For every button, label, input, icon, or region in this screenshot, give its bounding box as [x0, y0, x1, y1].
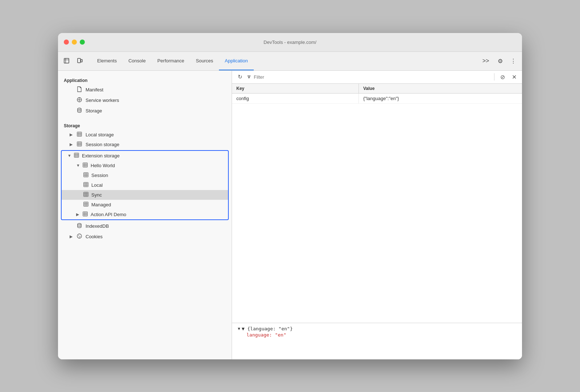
device-icon-button[interactable]	[74, 55, 86, 67]
managed-label: Managed	[91, 202, 111, 207]
tab-sources[interactable]: Sources	[190, 52, 219, 70]
grid-icon-hw-sync	[83, 192, 88, 198]
grid-icon-session	[76, 141, 83, 148]
svg-rect-32	[84, 173, 88, 177]
preview-sub-value: "en"	[275, 332, 286, 338]
tab-list: Elements Console Performance Sources App…	[91, 52, 480, 70]
svg-point-57	[78, 223, 81, 225]
sidebar-item-extension-storage[interactable]: ▼ Extension storage	[62, 151, 228, 161]
application-section-title: Application	[58, 75, 232, 84]
sidebar-item-indexeddb[interactable]: IndexedDB	[58, 221, 232, 231]
settings-button[interactable]: ⚙	[494, 55, 506, 67]
more-options-button[interactable]: ⋮	[508, 55, 519, 67]
filter-input[interactable]	[254, 74, 491, 80]
service-worker-icon	[76, 97, 83, 104]
preview-sub-row: language: "en"	[238, 332, 516, 338]
sidebar-item-hw-local[interactable]: Local	[62, 180, 228, 190]
sidebar-item-local-storage[interactable]: ▶ Local storage	[58, 130, 232, 140]
minimize-button[interactable]	[72, 40, 77, 45]
cookies-label: Cookies	[86, 234, 103, 239]
storage-label: Storage	[86, 108, 102, 114]
tab-application[interactable]: Application	[219, 52, 254, 70]
svg-rect-17	[77, 142, 82, 146]
svg-rect-27	[83, 163, 87, 167]
local-storage-label: Local storage	[86, 132, 114, 137]
close-filter-button[interactable]: ✕	[509, 72, 519, 82]
sidebar-item-manifest[interactable]: Manifest	[58, 84, 232, 95]
hello-world-label: Hello World	[91, 163, 115, 168]
close-button[interactable]	[64, 40, 69, 45]
vertical-dots-icon: ⋮	[510, 58, 516, 65]
preview-panel: ▼ ▼ {language: "en"} language: "en"	[232, 323, 522, 359]
manifest-label: Manifest	[86, 87, 103, 92]
window-title: DevTools - example.com/	[264, 40, 316, 45]
grid-icon-ext	[74, 153, 79, 159]
cell-value-config: {"language":"en"}	[359, 94, 522, 103]
svg-point-60	[80, 236, 80, 237]
svg-point-11	[78, 108, 81, 110]
document-icon	[76, 86, 83, 93]
table-row[interactable]: config {"language":"en"}	[232, 94, 522, 104]
svg-rect-3	[78, 58, 80, 63]
sync-label: Sync	[91, 192, 102, 198]
toolbar-icon-group	[61, 55, 88, 67]
toolbar-right-actions: ⚙ ⋮	[494, 55, 519, 67]
sidebar-item-session-storage[interactable]: ▶ Session storage	[58, 140, 232, 149]
svg-point-6	[79, 99, 80, 100]
session-storage-label: Session storage	[86, 142, 119, 147]
svg-rect-42	[84, 192, 88, 197]
tab-console[interactable]: Console	[123, 52, 152, 70]
svg-point-58	[77, 234, 82, 238]
down-arrow-hw: ▼	[76, 163, 80, 168]
right-arrow-session: ▶	[70, 142, 73, 147]
header-value: Value	[359, 84, 522, 93]
database-icon-idb	[76, 223, 83, 230]
filter-divider	[494, 73, 494, 81]
tab-performance[interactable]: Performance	[152, 52, 190, 70]
indexeddb-label: IndexedDB	[86, 223, 109, 229]
refresh-button[interactable]: ↻	[235, 72, 245, 82]
sidebar-item-hello-world[interactable]: ▼ Hello World	[62, 161, 228, 170]
tab-elements[interactable]: Elements	[91, 52, 123, 70]
svg-point-61	[79, 237, 80, 238]
data-table: Key Value config {"language":"en"}	[232, 84, 522, 323]
extension-storage-group: ▼ Extension storage ▼	[61, 150, 229, 220]
toolbar: Elements Console Performance Sources App…	[58, 52, 522, 71]
sidebar-item-hw-sync[interactable]: Sync	[62, 190, 228, 200]
right-panel: ↻ ⛛ ⊘ ✕ Key Value config	[232, 71, 522, 359]
right-arrow-api: ▶	[76, 212, 80, 217]
sidebar-item-service-workers[interactable]: Service workers	[58, 95, 232, 106]
storage-section-title: Storage	[58, 120, 232, 130]
grid-icon-hw	[83, 162, 88, 169]
clear-filter-button[interactable]: ⊘	[497, 72, 508, 82]
filter-icon: ⛛	[246, 74, 252, 80]
grid-icon-hw-session	[83, 172, 88, 178]
preview-object-row[interactable]: ▼ ▼ {language: "en"}	[238, 326, 516, 331]
sidebar-item-hw-session[interactable]: Session	[62, 170, 228, 180]
cursor-icon-button[interactable]	[61, 55, 72, 67]
more-tabs-button[interactable]: >>	[480, 55, 492, 67]
cursor-icon	[63, 58, 70, 64]
sidebar-item-action-api-demo[interactable]: ▶ Action API Demo	[62, 210, 228, 219]
sidebar-item-cookies[interactable]: ▶ Cookies	[58, 231, 232, 242]
header-key: Key	[232, 84, 359, 93]
window-controls	[64, 40, 85, 45]
close-icon: ✕	[512, 74, 517, 81]
preview-expand-arrow[interactable]: ▼	[238, 326, 240, 331]
sidebar-item-hw-managed[interactable]: Managed	[62, 200, 228, 210]
table-header: Key Value	[232, 84, 522, 94]
right-arrow-local: ▶	[70, 132, 73, 137]
database-icon	[76, 107, 83, 114]
refresh-icon: ↻	[238, 74, 243, 80]
filter-bar: ↻ ⛛ ⊘ ✕	[232, 71, 522, 84]
right-arrow-cookies: ▶	[70, 234, 73, 239]
svg-rect-37	[84, 182, 88, 187]
preview-sub-key: language:	[246, 332, 272, 338]
grid-icon-local	[76, 132, 83, 138]
sidebar-item-storage[interactable]: Storage	[58, 106, 232, 116]
preview-object-label: ▼ {language: "en"}	[242, 326, 293, 331]
svg-point-59	[78, 235, 79, 236]
down-arrow-ext: ▼	[67, 153, 71, 158]
maximize-button[interactable]	[80, 40, 85, 45]
service-workers-label: Service workers	[86, 98, 119, 103]
